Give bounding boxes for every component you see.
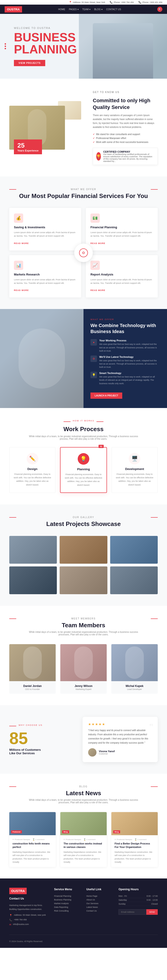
services-tag: WHAT WE OFFER (71, 188, 96, 191)
logo[interactable]: OUSTRA (5, 6, 22, 13)
footer-service-link-2[interactable]: Business Planning (54, 898, 79, 902)
team-tag: MEET MEMBERS (71, 617, 96, 620)
project-item-5[interactable] (59, 566, 107, 594)
check-item: We stand for clear consultants and suppo… (93, 132, 158, 136)
project-image-6 (110, 566, 158, 594)
footer-service-link-4[interactable]: Data Reporting (54, 905, 79, 909)
tech-point-2-text: We'll Use Latest Technology We uses grea… (99, 355, 160, 369)
tech-point-2: ⚙ We'll Use Latest Technology We uses gr… (90, 355, 160, 369)
news-card-2[interactable]: Blog ✏ Produced Narayan ⌛ 1 comment The … (60, 812, 107, 867)
author-avatar (88, 748, 96, 757)
nav-home[interactable]: HOME (58, 8, 65, 11)
process-section: HOW IT WORKS Work Process While initial … (0, 408, 167, 504)
working-process-icon: ● (90, 339, 97, 345)
project-item-2[interactable] (59, 536, 107, 564)
footer-useful-link-1[interactable]: Home Page (86, 894, 112, 898)
planning-icon: 💡 (78, 453, 89, 465)
search-icon[interactable]: 🔍 (157, 7, 162, 12)
projects-section: OUR GALLERY Latest Projects Showcase (0, 504, 167, 606)
stats-number: 85 (9, 730, 73, 747)
process-tag-line: HOW IT WORKS (9, 420, 158, 424)
launch-project-button[interactable]: LAUNCH A PROJECT (90, 393, 122, 399)
footer-bottom: © 2024 Oustra. All Rights Reserved. (9, 940, 158, 943)
projects-grid (9, 536, 158, 594)
team-grid: Daniel Jordan CEO & Founder Jenny Wilson… (9, 644, 158, 694)
service-readmore-3[interactable]: READ MORE (14, 289, 29, 291)
certified-icon: 🏆 (96, 152, 101, 161)
services-center-logo: O (74, 243, 93, 262)
step3-title: Development (116, 467, 154, 471)
footer-phone: 📞 +890 784 456 (9, 918, 47, 921)
news-card-1[interactable]: Featured ✏ Produced Narayan ⌛ 1 comment … (9, 812, 56, 867)
team-subtitle: While initial days of a team, to be grea… (26, 631, 141, 636)
project-item-3[interactable] (110, 536, 158, 564)
hero-dots (5, 43, 6, 49)
team-section: MEET MEMBERS Team Members While initial … (0, 606, 167, 705)
tech-point-1: ● Your Working Process We uses great tha… (90, 339, 160, 353)
footer-useful-link-3[interactable]: Our Services (86, 902, 112, 905)
team-card-2: Jenny Wilson Marketing Expert (60, 644, 107, 694)
nav-pages[interactable]: PAGES ▾ (69, 8, 79, 11)
footer-useful-link-2[interactable]: About Us (86, 898, 112, 902)
process-tag: HOW IT WORKS (73, 420, 95, 422)
project-image-3 (110, 536, 158, 564)
project-item-6[interactable] (110, 566, 158, 594)
stats-left: WHY CHOOSE US 85 Millions of Customers L… (9, 724, 73, 755)
service-readmore-4[interactable]: READ MORE (90, 289, 105, 291)
member3-role: Lead Developer (115, 688, 154, 690)
news-category-2: Blog (62, 830, 69, 834)
nav-team[interactable]: TEAM ▾ (82, 8, 91, 11)
about-checks: We stand for clear consultants and suppo… (93, 132, 158, 144)
footer-email-text: info@oustra.com (13, 923, 29, 926)
project-image-1 (9, 536, 57, 564)
footer-address: 📍 Address: 55 Main Street, new york (9, 914, 47, 916)
footer-service-link-1[interactable]: Financial Planning (54, 894, 79, 898)
report-icon: 📈 (90, 261, 100, 270)
phone2-text: Phone: +900 451 456 (143, 1, 162, 3)
years-badge: 25 Years Experience (14, 140, 42, 154)
service-title-1: Saving & Investments (14, 226, 77, 229)
service-card-2: 💵 Financial Planning Lorem ipsum dolor s… (86, 208, 158, 250)
footer-useful-link-4[interactable]: Latest News (86, 905, 112, 909)
project-item-4[interactable] (9, 566, 57, 594)
news-desc-2: Marketing Dependance construction. We wi… (64, 851, 103, 864)
step1-desc: Financial planning economists. Easy to w… (13, 473, 51, 487)
subscribe-input[interactable] (119, 909, 146, 915)
schedule-2: Saturday 9:00 - 13:00 (119, 898, 158, 902)
service-readmore-2[interactable]: READ MORE (90, 242, 105, 245)
projects-title: Latest Projects Showcase (9, 520, 158, 528)
footer-service-link-3[interactable]: Market Analysis (54, 902, 79, 905)
nav-blog[interactable]: BLOG ▾ (94, 8, 103, 11)
footer-useful-link-5[interactable]: Contact Us (86, 909, 112, 913)
testimonial-stars: ★★★★★ (88, 722, 152, 726)
about-title: Committed to only High Quality Service (93, 97, 158, 111)
phone1-icon: 📞 (110, 1, 112, 3)
svg-text:O: O (82, 251, 85, 255)
service-readmore-1[interactable]: READ MORE (14, 242, 29, 245)
nav-contact[interactable]: CONTACT US (106, 8, 121, 11)
news-content-3: ✏ Produced Narayan ⌛ 1 comment Find a Be… (111, 835, 158, 867)
services-grid: 💰 Saving & Investments Lorem ipsum dolor… (9, 208, 158, 298)
tag-line-right (151, 189, 158, 190)
certified-text: CERTIFIED COMPANY Our team of hardworkin… (103, 150, 154, 162)
footer-useful-col: Useful Link Home Page About Us Our Servi… (86, 888, 112, 928)
subscribe-button[interactable]: SEND (146, 909, 158, 915)
tag-line-left (9, 189, 16, 190)
project-item-1[interactable] (9, 536, 57, 564)
footer-address-icon: 📍 (9, 914, 12, 916)
footer-logo-box: OUSTRA (9, 888, 27, 894)
footer-contact-title: Contact Us (9, 897, 47, 900)
tech-section: WHAT WE OFFER We Combine Technology with… (0, 309, 167, 408)
footer-grid: OUSTRA Contact Us Marketing Management i… (9, 888, 158, 928)
news-card-3[interactable]: Blog ✏ Produced Narayan ⌛ 1 comment Find… (111, 812, 158, 867)
news-category-3: Blog (113, 830, 120, 834)
service-card-3: 📊 Markets Research Lorem ipsum dolor sit… (9, 255, 81, 298)
member1-role: CEO & Founder (13, 688, 52, 690)
news-image-2: Blog (60, 812, 107, 835)
footer-service-link-5[interactable]: Risk Consulting (54, 909, 79, 913)
footer-contact-col: OUSTRA Contact Us Marketing Management i… (9, 888, 47, 928)
hero-title-line2: PLANNING (14, 43, 77, 55)
saving-icon: 💰 (14, 213, 23, 223)
hero-cta-button[interactable]: VIEW PROJECTS (14, 60, 45, 66)
location-icon: 📍 (69, 1, 72, 3)
